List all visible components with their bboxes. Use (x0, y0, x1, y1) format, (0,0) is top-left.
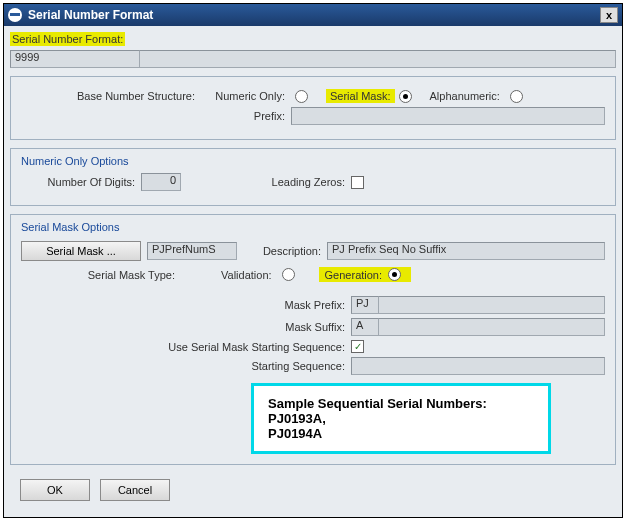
alphanumeric-radio[interactable] (510, 90, 523, 103)
mask-suffix-label: Mask Suffix: (21, 321, 351, 333)
numeric-only-radio[interactable] (295, 90, 308, 103)
mask-prefix-label: Mask Prefix: (21, 299, 351, 311)
leading-zeros-label: Leading Zeros: (221, 176, 351, 188)
use-start-seq-label: Use Serial Mask Starting Sequence: (21, 341, 351, 353)
prefix-label: Prefix: (21, 110, 291, 122)
window-title: Serial Number Format (28, 8, 600, 22)
cancel-button[interactable]: Cancel (100, 479, 170, 501)
generation-radio[interactable] (388, 268, 401, 281)
prefix-input[interactable] (291, 107, 605, 125)
starting-seq-input[interactable] (351, 357, 605, 375)
description-label: Description: (237, 245, 327, 257)
alphanumeric-label: Alphanumeric: (430, 90, 506, 102)
description-input[interactable]: PJ Prefix Seq No Suffix (327, 242, 605, 260)
num-digits-input[interactable]: 0 (141, 173, 181, 191)
base-structure-label: Base Number Structure: (21, 90, 201, 102)
app-icon (8, 8, 22, 22)
titlebar: Serial Number Format x (4, 4, 622, 26)
serial-mask-button[interactable]: Serial Mask ... (21, 241, 141, 261)
use-start-seq-checkbox[interactable]: ✓ (351, 340, 364, 353)
mask-suffix-extra[interactable] (379, 318, 605, 336)
dialog-window: Serial Number Format x Serial Number For… (3, 3, 623, 518)
serial-mask-radio[interactable] (399, 90, 412, 103)
callout-line2: PJ0194A (268, 426, 534, 441)
dialog-footer: OK Cancel (10, 473, 616, 511)
generation-label: Generation: (325, 269, 382, 281)
numeric-only-label: Numeric Only: (201, 90, 291, 102)
mask-prefix-input[interactable]: PJ (351, 296, 379, 314)
mask-prefix-extra[interactable] (379, 296, 605, 314)
close-button[interactable]: x (600, 7, 618, 23)
numeric-options-title: Numeric Only Options (21, 155, 605, 167)
num-digits-label: Number Of Digits: (21, 176, 141, 188)
leading-zeros-checkbox[interactable] (351, 176, 364, 189)
serial-mask-options-title: Serial Mask Options (21, 221, 605, 233)
serial-format-extra[interactable] (140, 50, 616, 68)
starting-seq-label: Starting Sequence: (21, 360, 351, 372)
dialog-body: Serial Number Format: 9999 Base Number S… (4, 26, 622, 517)
sample-callout: Sample Sequential Serial Numbers: PJ0193… (251, 383, 551, 454)
serial-format-label: Serial Number Format: (10, 32, 125, 46)
serial-format-input[interactable]: 9999 (10, 50, 140, 68)
callout-line1: PJ0193A, (268, 411, 534, 426)
mask-suffix-input[interactable]: A (351, 318, 379, 336)
mask-type-label: Serial Mask Type: (21, 269, 181, 281)
validation-radio[interactable] (282, 268, 295, 281)
validation-label: Validation: (221, 269, 278, 281)
serial-mask-label: Serial Mask: (326, 89, 395, 103)
ok-button[interactable]: OK (20, 479, 90, 501)
callout-heading: Sample Sequential Serial Numbers: (268, 396, 534, 411)
serial-mask-code[interactable]: PJPrefNumS (147, 242, 237, 260)
